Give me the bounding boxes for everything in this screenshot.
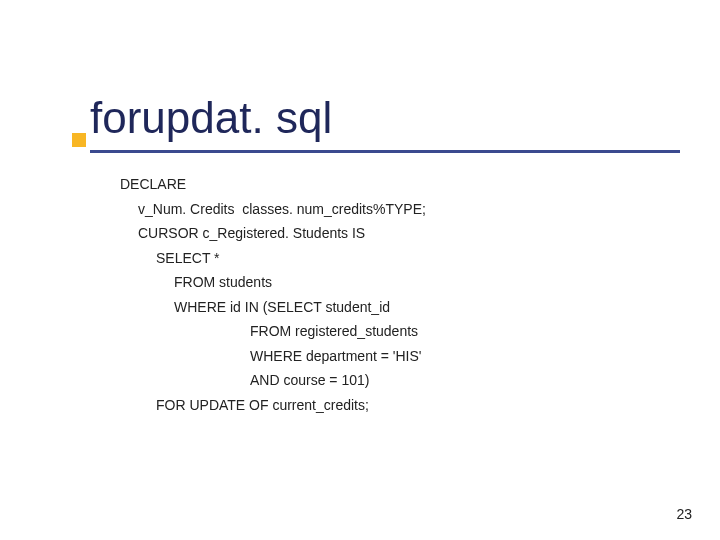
code-block: DECLARE v_Num. Credits classes. num_cred… [120,172,660,417]
code-line: AND course = 101) [120,368,660,393]
code-line: WHERE id IN (SELECT student_id [120,295,660,320]
code-line: FOR UPDATE OF current_credits; [120,393,660,418]
code-line: WHERE department = 'HIS' [120,344,660,369]
code-line: FROM registered_students [120,319,660,344]
code-line: FROM students [120,270,660,295]
title-block: forupdat. sql [90,94,680,153]
page-number: 23 [676,506,692,522]
code-line: DECLARE [120,172,660,197]
title-underline [90,150,680,153]
slide: forupdat. sql DECLARE v_Num. Credits cla… [0,0,720,540]
code-line: v_Num. Credits classes. num_credits%TYPE… [120,197,660,222]
code-line: CURSOR c_Registered. Students IS [120,221,660,246]
code-line: SELECT * [120,246,660,271]
slide-title: forupdat. sql [90,94,680,148]
accent-square [72,133,86,147]
